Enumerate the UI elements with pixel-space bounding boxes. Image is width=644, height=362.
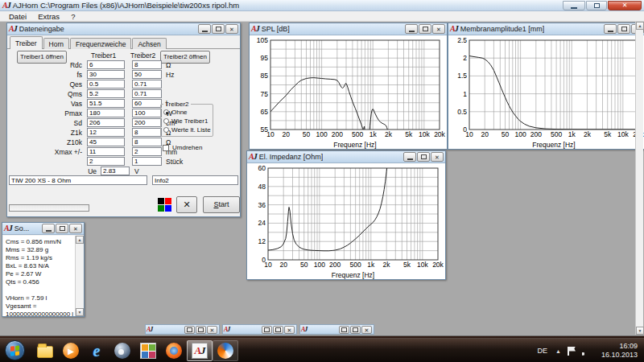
treiber1-value-input[interactable] <box>87 99 125 108</box>
minimize-button[interactable] <box>405 24 418 34</box>
restore-button[interactable] <box>184 326 195 334</box>
radio-option-werte-lt-liste[interactable]: Werte lt. Liste <box>161 125 213 134</box>
treiber1-value-input[interactable] <box>87 70 125 79</box>
clock[interactable]: 16:09 16.10.2013 <box>595 342 641 360</box>
scroll-down-icon[interactable]: ▼ <box>76 308 84 316</box>
membrane-titlebar[interactable]: AJ Membranamplitude1 [mm] ✕ <box>448 23 644 35</box>
treiber2-value-input[interactable] <box>132 138 162 146</box>
close-button[interactable]: ✕ <box>608 1 642 10</box>
tab-frequenzweiche[interactable]: Frequenzweiche <box>70 38 131 49</box>
impedance-titlebar[interactable]: AJ El. Impedanz [Ohm] ✕ <box>247 151 445 163</box>
treiber1-value-input[interactable] <box>87 138 125 146</box>
treiber2-value-input[interactable] <box>132 147 162 156</box>
menu-help[interactable]: ? <box>65 12 80 21</box>
minimize-button[interactable] <box>604 24 617 34</box>
mdi-vertical-scrollbar[interactable]: ▲ ▼ <box>635 22 643 335</box>
treiber2-value-input[interactable] <box>132 80 162 88</box>
minimize-button[interactable] <box>563 1 585 10</box>
maximize-button[interactable] <box>419 24 431 34</box>
close-button[interactable]: ✕ <box>284 326 295 334</box>
maximize-button[interactable] <box>417 152 430 162</box>
close-button[interactable]: ✕ <box>432 24 445 34</box>
maximize-button[interactable] <box>273 326 283 334</box>
maximize-button[interactable] <box>212 24 225 34</box>
delete-button[interactable]: ✕ <box>176 196 197 213</box>
treiber1-value-input[interactable] <box>87 157 125 166</box>
treiber2-value-input[interactable] <box>132 70 162 79</box>
driver-name-input[interactable] <box>9 175 147 185</box>
taskbar-item-audio-tool[interactable] <box>213 340 238 361</box>
treiber1-value-input[interactable] <box>87 109 125 117</box>
treiber2-value-input[interactable] <box>132 128 162 137</box>
main-titlebar[interactable]: AJ AJHorn C:\Program Files (x86)\AJHorn\… <box>0 0 644 11</box>
maximize-button[interactable] <box>56 224 68 233</box>
treiber1-value-input[interactable] <box>87 89 125 98</box>
treiber2-value-input[interactable] <box>132 99 162 108</box>
scroll-up-icon[interactable]: ▲ <box>636 22 644 30</box>
treiber2-value-input[interactable] <box>132 118 162 127</box>
taskbar-item-steam[interactable] <box>109 340 135 361</box>
treiber1-value-input[interactable] <box>87 147 125 156</box>
taskbar-item-photo-gallery[interactable] <box>135 340 161 361</box>
close-button[interactable]: ✕ <box>69 224 82 233</box>
maximize-button[interactable] <box>617 24 630 34</box>
tab-horn[interactable]: Horn <box>43 38 69 49</box>
action-center-icon[interactable] <box>568 347 576 356</box>
taskbar-item-firefox[interactable] <box>161 340 187 361</box>
umdrehen-checkbox-row[interactable]: Umdrehen <box>163 144 202 151</box>
language-indicator[interactable]: DE <box>533 347 553 355</box>
close-button[interactable]: ✕ <box>431 152 444 162</box>
spl-titlebar[interactable]: AJ SPL [dB] ✕ <box>250 23 447 35</box>
radio-icon[interactable] <box>163 127 169 133</box>
restore-button[interactable] <box>586 1 607 10</box>
tab-achsen[interactable]: Achsen <box>132 38 166 49</box>
minimize-button[interactable] <box>42 224 55 233</box>
start-button[interactable]: Start <box>203 196 240 213</box>
treiber2-value-input[interactable] <box>132 109 162 117</box>
treiber1-value-input[interactable] <box>87 80 125 88</box>
ue-input[interactable] <box>101 167 130 175</box>
umdrehen-checkbox[interactable] <box>163 145 169 151</box>
close-button[interactable]: ✕ <box>225 24 238 34</box>
radio-icon[interactable] <box>163 109 169 115</box>
close-button[interactable]: ✕ <box>361 326 372 334</box>
color-swatch[interactable] <box>158 198 164 204</box>
close-button[interactable]: ✕ <box>207 326 217 334</box>
color-swatch[interactable] <box>165 205 171 212</box>
minimized-window[interactable]: AJ✕ <box>299 324 374 335</box>
taskbar-item-explorer[interactable] <box>32 340 58 361</box>
radio-option-wie-treiber1[interactable]: Wie Treiber1 <box>161 117 213 125</box>
menu-extras[interactable]: Extras <box>32 12 65 21</box>
minimize-button[interactable] <box>403 152 416 162</box>
scroll-up-icon[interactable]: ▲ <box>76 236 84 244</box>
start-button[interactable] <box>5 340 25 360</box>
treiber1-value-input[interactable] <box>87 60 125 69</box>
taskbar-item-media-player[interactable]: ▶ <box>58 340 84 361</box>
tab-treiber[interactable]: Treiber <box>10 36 43 49</box>
treiber2-value-input[interactable] <box>132 89 162 98</box>
color-swatch[interactable] <box>158 205 164 212</box>
network-icon[interactable] <box>582 347 592 356</box>
menu-datei[interactable]: Datei <box>3 12 32 21</box>
treiber1-value-input[interactable] <box>87 118 125 127</box>
info-input[interactable] <box>152 175 238 185</box>
minimized-window[interactable]: AJ✕ <box>145 324 220 335</box>
restore-button[interactable] <box>262 326 272 334</box>
treiber1-value-input[interactable] <box>87 128 125 137</box>
minimized-window[interactable]: AJ✕ <box>222 324 297 335</box>
radio-icon[interactable] <box>163 118 169 124</box>
results-titlebar[interactable]: AJ So... ✕ <box>2 223 84 235</box>
show-hidden-icons-icon[interactable]: ▲ <box>552 348 564 354</box>
color-swatch[interactable] <box>165 198 171 204</box>
plot-color-swatches[interactable] <box>158 198 171 212</box>
restore-button[interactable] <box>339 326 349 334</box>
treiber2-value-input[interactable] <box>132 60 162 69</box>
maximize-button[interactable] <box>350 326 361 334</box>
minimize-button[interactable] <box>198 24 211 34</box>
radio-option-ohne[interactable]: Ohne <box>161 108 213 117</box>
taskbar-item-ajhorn[interactable]: AJ <box>187 340 213 361</box>
maximize-button[interactable] <box>196 326 206 334</box>
scroll-down-icon[interactable]: ▼ <box>636 327 644 335</box>
treiber2-value-input[interactable] <box>132 157 162 166</box>
dateneingabe-titlebar[interactable]: AJ Dateneingabe ✕ <box>7 23 240 35</box>
